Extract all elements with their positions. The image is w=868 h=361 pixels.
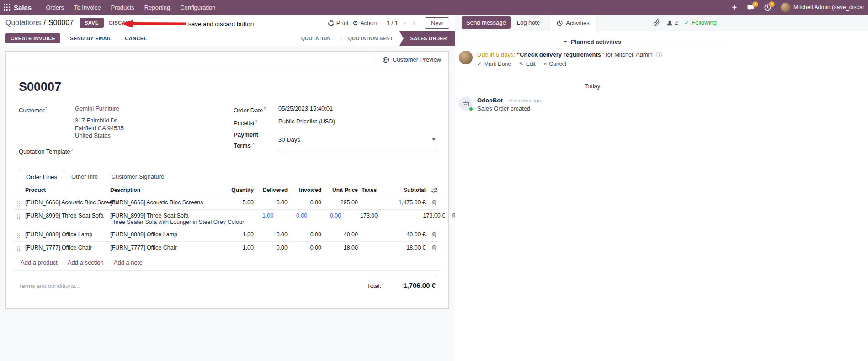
add-note-link[interactable]: Add a note <box>114 259 143 266</box>
cell-description[interactable]: [FURN_8888] Office Lamp <box>108 228 226 241</box>
delete-line-icon[interactable] <box>447 210 455 228</box>
cancel-button[interactable]: CANCEL <box>121 33 150 43</box>
info-icon[interactable]: ⓘ <box>656 51 662 58</box>
menu-to-invoice[interactable]: To Invoice <box>69 0 106 15</box>
cell-invoiced[interactable]: 0.00 <box>309 210 343 228</box>
send-by-email-button[interactable]: SEND BY EMAIL <box>66 33 115 43</box>
optional-columns-icon[interactable] <box>427 184 441 196</box>
cell-delivered[interactable]: 0.00 <box>256 242 289 255</box>
cell-delivered[interactable]: 0.00 <box>256 228 289 241</box>
tab-customer-signature[interactable]: Customer Signature <box>105 170 171 184</box>
date-divider: Today <box>455 83 730 90</box>
cell-taxes[interactable] <box>360 196 383 209</box>
cell-unit-price[interactable]: 295.00 <box>323 196 360 209</box>
customer-value-link[interactable]: Gemini Furniture <box>75 104 119 115</box>
cell-quantity[interactable]: 1.00 <box>246 210 275 228</box>
cell-description[interactable]: [FURN_7777] Office Chair <box>108 242 226 255</box>
send-message-button[interactable]: Send message <box>462 16 511 29</box>
log-note-button[interactable]: Log note <box>517 19 540 26</box>
col-delivered: Delivered <box>256 184 289 196</box>
tab-other-info[interactable]: Other Info <box>64 170 105 184</box>
cell-delivered[interactable]: 0.00 <box>256 196 289 209</box>
cell-product[interactable]: [FURN_8999] Three-Seat Sofa <box>23 210 108 228</box>
cell-product[interactable]: [FURN_7777] Office Chair <box>23 242 108 255</box>
notebook-tabs: Order Lines Other Info Customer Signatur… <box>19 170 436 184</box>
order-line-row: [FURN_8888] Office Lamp [FURN_8888] Offi… <box>13 228 441 242</box>
add-section-link[interactable]: Add a section <box>68 259 104 266</box>
cell-unit-price[interactable]: 18.00 <box>323 242 360 255</box>
tab-order-lines[interactable]: Order Lines <box>19 170 64 184</box>
form-view-panel: Quotations / S00007 SAVE DISCARD Print ⚙… <box>0 15 455 361</box>
cell-product[interactable]: [FURN_8888] Office Lamp <box>23 228 108 241</box>
menu-products[interactable]: Products <box>106 0 139 15</box>
save-button[interactable]: SAVE <box>80 18 104 28</box>
pricelist-value[interactable]: Public Pricelist (USD) <box>278 117 335 128</box>
menu-reporting[interactable]: Reporting <box>139 0 175 15</box>
cancel-activity-button[interactable]: × Cancel <box>544 61 566 67</box>
order-date-value[interactable]: 05/25/2023 15:40:01 <box>278 104 333 115</box>
delete-line-icon[interactable] <box>427 228 441 241</box>
cell-taxes[interactable] <box>379 210 403 228</box>
print-button[interactable]: Print <box>328 20 349 27</box>
sparkle-icon[interactable] <box>731 4 738 11</box>
user-name: Mitchell Admin (save_discar <box>793 4 864 11</box>
add-product-link[interactable]: Add a product <box>21 259 58 266</box>
dropdown-caret-icon[interactable] <box>432 138 436 141</box>
drag-handle-icon[interactable] <box>13 210 23 228</box>
main-menu: Orders To Invoice Products Reporting Con… <box>41 0 220 15</box>
cell-taxes[interactable] <box>360 228 383 241</box>
messages-icon[interactable]: 4 <box>747 4 755 11</box>
drag-handle-icon[interactable] <box>13 242 23 255</box>
customer-label: Customer? <box>19 104 75 115</box>
user-avatar <box>781 3 790 12</box>
step-quotation[interactable]: QUOTATION <box>295 31 337 46</box>
paperclip-icon <box>653 19 660 26</box>
cell-quantity[interactable]: 5.00 <box>226 196 256 209</box>
print-label: Print <box>336 20 349 27</box>
following-button[interactable]: ✓ Following <box>684 19 717 26</box>
user-menu[interactable]: Mitchell Admin (save_discar <box>781 3 864 12</box>
address-line: 317 Fairchild Dr <box>75 117 234 125</box>
cell-taxes[interactable] <box>360 242 383 255</box>
discard-button[interactable]: DISCARD <box>106 18 137 28</box>
drag-handle-icon[interactable] <box>13 228 23 241</box>
terms-placeholder[interactable]: Terms and conditions... <box>19 277 80 289</box>
create-invoice-button[interactable]: CREATE INVOICE <box>5 33 60 43</box>
cell-quantity[interactable]: 1.00 <box>226 228 256 241</box>
cell-invoiced[interactable]: 0.00 <box>289 242 323 255</box>
attachments-icon[interactable] <box>653 19 660 26</box>
step-quotation-sent[interactable]: QUOTATION SENT <box>342 31 399 46</box>
printer-icon <box>328 20 334 26</box>
delete-line-icon[interactable] <box>427 242 441 255</box>
apps-menu-icon[interactable] <box>0 0 14 15</box>
next-page-button[interactable]: › <box>411 19 417 27</box>
cell-product[interactable]: [FURN_6666] Acoustic Bloc Screens <box>23 196 108 209</box>
delete-line-icon[interactable] <box>427 196 441 209</box>
grid-icon <box>4 4 10 11</box>
drag-handle-icon[interactable] <box>13 196 23 209</box>
edit-activity-button[interactable]: ✎ Edit <box>519 61 536 67</box>
planned-activities-header[interactable]: Planned activities <box>455 38 730 45</box>
cell-invoiced[interactable]: 0.00 <box>289 228 323 241</box>
cell-quantity[interactable]: 1.00 <box>226 242 256 255</box>
cell-unit-price[interactable]: 40.00 <box>323 228 360 241</box>
menu-configuration[interactable]: Configuration <box>175 0 220 15</box>
followers-button[interactable]: 2 <box>666 20 678 26</box>
prev-page-button[interactable]: ‹ <box>402 19 408 27</box>
activities-tab[interactable]: Activities <box>550 15 596 31</box>
cell-unit-price[interactable]: 173.00 <box>343 210 379 228</box>
action-button[interactable]: ⚙ Action <box>353 20 377 27</box>
payment-terms-field[interactable]: 30 Days <box>278 130 436 150</box>
cell-description[interactable]: [FURN_6666] Acoustic Bloc Screens <box>108 196 226 209</box>
step-sales-order[interactable]: SALES ORDER <box>399 31 455 46</box>
new-button[interactable]: New <box>425 17 449 29</box>
activities-clock-icon[interactable]: 2 <box>764 4 771 11</box>
menu-orders[interactable]: Orders <box>41 0 69 15</box>
app-brand[interactable]: Sales <box>14 4 32 11</box>
cell-description[interactable]: [FURN_8999] Three-Seat Sofa Three Seater… <box>108 210 246 228</box>
mark-done-button[interactable]: ✓ Mark Done <box>477 61 511 67</box>
cell-delivered[interactable]: 0.00 <box>275 210 309 228</box>
customer-preview-button[interactable]: Customer Preview <box>375 52 448 68</box>
breadcrumb-quotations[interactable]: Quotations <box>5 19 41 27</box>
cell-invoiced[interactable]: 0.00 <box>289 196 323 209</box>
